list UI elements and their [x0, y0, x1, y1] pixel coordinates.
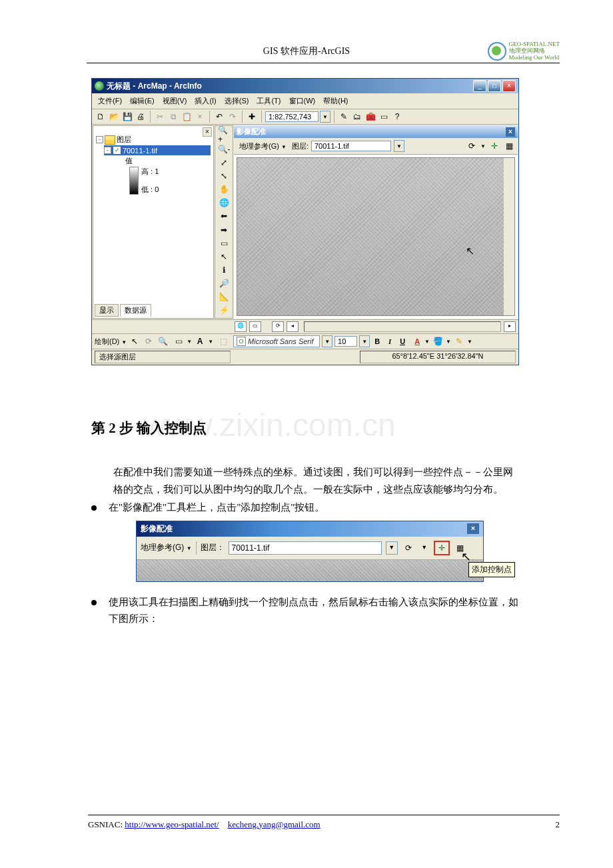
whatsthis-icon[interactable]: ?: [391, 111, 403, 123]
scale-dropdown-icon[interactable]: ▼: [320, 111, 330, 123]
scroll-up-icon[interactable]: ▴: [505, 158, 514, 169]
underline-button[interactable]: U: [397, 337, 408, 345]
next-extent-icon[interactable]: ➡: [218, 225, 230, 235]
zoom-draw-icon[interactable]: 🔍: [157, 335, 169, 347]
scroll-right-icon[interactable]: ▸: [504, 321, 516, 332]
bolt-icon[interactable]: ⚡: [218, 305, 230, 315]
rotate-icon[interactable]: ⟳: [402, 542, 415, 554]
print-icon[interactable]: 🖨: [135, 111, 147, 123]
maximize-button[interactable]: □: [488, 80, 501, 92]
add-data-icon[interactable]: ✚: [246, 111, 258, 123]
expand-icon[interactable]: -: [104, 147, 111, 154]
checkbox-icon[interactable]: ✓: [113, 146, 121, 155]
font-dropdown-icon[interactable]: ▼: [322, 335, 332, 347]
select-elements-icon[interactable]: ↖: [218, 251, 230, 261]
close-button[interactable]: ×: [502, 80, 516, 92]
chevron-down-icon[interactable]: ▼: [187, 339, 192, 345]
select-icon[interactable]: ↖: [129, 335, 141, 347]
pause-icon[interactable]: ◂: [287, 321, 299, 332]
closeup-georef-menu[interactable]: 地理参考(G) ▼: [141, 542, 192, 553]
rotate-draw-icon[interactable]: ⟳: [143, 335, 155, 347]
font-color-button[interactable]: A: [412, 337, 422, 345]
toc-tab-source[interactable]: 数据源: [120, 304, 151, 317]
rotate-icon[interactable]: ⟳: [466, 140, 478, 152]
titlebar[interactable]: 无标题 - ArcMap - ArcInfo _ □ ×: [92, 79, 518, 93]
copy-icon[interactable]: ⧉: [167, 111, 179, 123]
chevron-down-icon[interactable]: ▼: [467, 339, 472, 345]
full-extent-icon[interactable]: 🌐: [218, 198, 230, 208]
draw-menu[interactable]: 绘制(D) ▼: [95, 337, 127, 347]
menu-edit[interactable]: 编辑(E): [128, 95, 157, 107]
new-icon[interactable]: 🗋: [95, 111, 107, 123]
vertical-scrollbar[interactable]: ▴: [504, 158, 514, 315]
closeup-layer-dropdown-icon[interactable]: ▼: [386, 541, 398, 555]
zoom-in-icon[interactable]: 🔍+: [218, 129, 230, 141]
find-icon[interactable]: 🔎: [218, 279, 230, 289]
text-icon[interactable]: A: [194, 335, 206, 347]
identify-icon[interactable]: ℹ: [218, 265, 230, 275]
pan-icon[interactable]: ✋: [218, 184, 230, 194]
chevron-down-icon[interactable]: ▼: [480, 143, 486, 149]
toc-tab-display[interactable]: 显示: [95, 304, 119, 317]
closeup-titlebar[interactable]: 影像配准 ×: [137, 521, 483, 537]
chevron-down-icon[interactable]: ▼: [419, 542, 430, 554]
toc-layer-row[interactable]: - ✓ 70011-1.tif: [104, 145, 211, 155]
zoom-out-icon[interactable]: 🔍-: [218, 144, 230, 154]
line-color-button[interactable]: ✎: [453, 335, 465, 347]
rect-icon[interactable]: ▭: [173, 335, 185, 347]
fill-color-button[interactable]: 🪣: [432, 335, 444, 347]
fixed-zoom-in-icon[interactable]: ⤢: [218, 157, 230, 167]
editor-icon[interactable]: ✎: [338, 111, 350, 123]
cut-icon[interactable]: ✂: [154, 111, 166, 123]
select-features-icon[interactable]: ▭: [218, 238, 230, 248]
layer-dropdown-icon[interactable]: ▼: [394, 140, 404, 152]
expand-icon[interactable]: -: [96, 136, 103, 143]
closeup-layer-select[interactable]: 70011-1.tif: [229, 541, 382, 555]
georef-close-icon[interactable]: ×: [506, 127, 515, 137]
font-size-input[interactable]: 10: [334, 336, 357, 347]
size-dropdown-icon[interactable]: ▼: [359, 335, 370, 347]
menu-help[interactable]: 帮助(H): [321, 95, 350, 107]
command-icon[interactable]: ▭: [378, 111, 390, 123]
menu-window[interactable]: 窗口(W): [287, 95, 318, 107]
chevron-down-icon[interactable]: ▼: [208, 339, 213, 345]
link-table-icon[interactable]: ▦: [503, 140, 515, 152]
undo-icon[interactable]: ↶: [213, 111, 225, 123]
layout-view-tab[interactable]: ▭: [249, 321, 261, 332]
footer-email[interactable]: kecheng.yang@gmail.com: [228, 819, 320, 829]
refresh-icon[interactable]: ⟳: [272, 321, 284, 332]
edit-vertices-icon[interactable]: ⬚: [217, 335, 229, 347]
georef-menu-button[interactable]: 地理参考(G) ▼: [237, 141, 289, 152]
scale-input[interactable]: 1:82,752,743: [265, 111, 318, 122]
map-canvas[interactable]: ↖ ▴: [237, 157, 515, 316]
redo-icon[interactable]: ↷: [227, 111, 239, 123]
font-select[interactable]: O Microsoft Sans Serif: [233, 335, 320, 347]
italic-button[interactable]: I: [384, 337, 395, 345]
footer-url[interactable]: http://www.geo-spatial.net/: [125, 819, 219, 829]
open-icon[interactable]: 📂: [108, 111, 120, 123]
menu-file[interactable]: 文件(F): [96, 95, 124, 107]
add-control-points-icon[interactable]: ✛: [488, 140, 500, 152]
menu-insert[interactable]: 插入(I): [193, 95, 218, 107]
prev-extent-icon[interactable]: ⬅: [218, 211, 230, 221]
data-view-tab[interactable]: 🌐: [235, 321, 247, 332]
measure-icon[interactable]: 📐: [218, 292, 230, 302]
menu-select[interactable]: 选择(S): [223, 95, 251, 107]
toc-root-row[interactable]: - 图层: [96, 134, 211, 145]
layer-select[interactable]: 70011-1.tif: [311, 141, 391, 151]
chevron-down-icon[interactable]: ▼: [446, 339, 451, 345]
menu-tools[interactable]: 工具(T): [255, 95, 283, 107]
georef-toolbar-title[interactable]: 影像配准 ×: [234, 125, 518, 138]
save-icon[interactable]: 💾: [121, 111, 133, 123]
toolbox-icon[interactable]: 🧰: [364, 111, 376, 123]
chevron-down-icon[interactable]: ▼: [424, 339, 430, 345]
closeup-close-icon[interactable]: ×: [467, 523, 479, 534]
menubar[interactable]: 文件(F) 编辑(E) 视图(V) 插入(I) 选择(S) 工具(T) 窗口(W…: [92, 93, 518, 109]
fixed-zoom-out-icon[interactable]: ⤡: [218, 171, 230, 181]
add-control-points-button[interactable]: ✛: [434, 541, 450, 555]
minimize-button[interactable]: _: [473, 80, 486, 92]
delete-icon[interactable]: ×: [194, 111, 206, 123]
toc-close-icon[interactable]: ×: [203, 127, 212, 137]
arccatalog-icon[interactable]: 🗂: [351, 111, 363, 123]
paste-icon[interactable]: 📋: [181, 111, 193, 123]
